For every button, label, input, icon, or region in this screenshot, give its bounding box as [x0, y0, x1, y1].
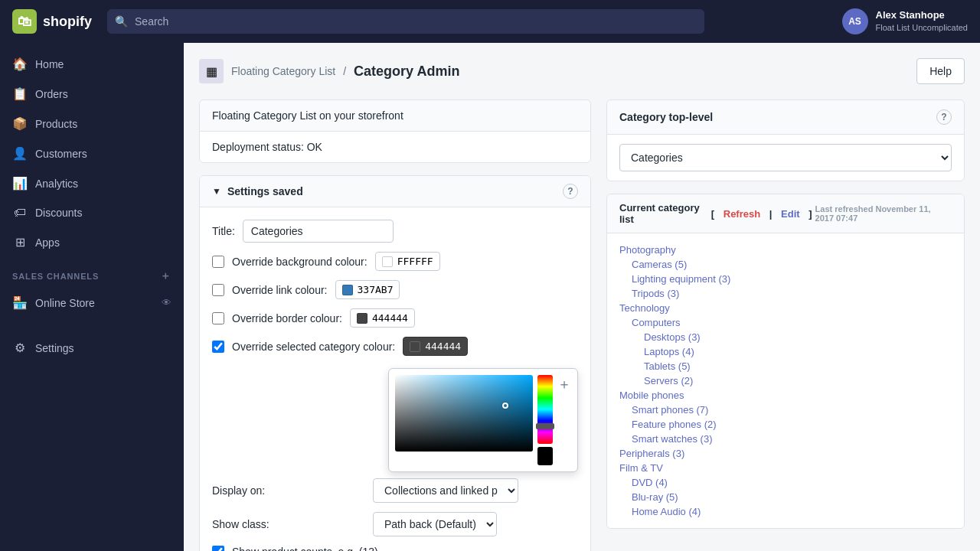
- show-class-label: Show class:: [212, 518, 365, 530]
- storefront-card: Floating Category List on your storefron…: [199, 99, 591, 163]
- settings-header[interactable]: ▼ Settings saved ?: [200, 176, 590, 207]
- category-tree-item[interactable]: Smart phones (7): [619, 403, 952, 417]
- top-nav: 🛍 shopify 🔍 AS Alex Stanhope Float List …: [0, 0, 980, 43]
- show-product-counts-checkbox[interactable]: [212, 546, 224, 551]
- search-input[interactable]: [107, 9, 704, 34]
- override-bg-checkbox[interactable]: [212, 256, 224, 268]
- sidebar-item-discounts[interactable]: 🏷 Discounts: [0, 198, 184, 227]
- breadcrumb-app-name[interactable]: Floating Category List: [231, 65, 335, 77]
- category-top-header: Category top-level ?: [607, 100, 964, 135]
- search-icon: 🔍: [115, 15, 128, 28]
- sidebar-item-home[interactable]: 🏠 Home: [0, 49, 184, 79]
- orders-icon: 📋: [12, 86, 28, 101]
- customers-icon: 👤: [12, 146, 28, 161]
- home-icon: 🏠: [12, 57, 28, 71]
- right-column: Category top-level ? Categories Collecti…: [606, 99, 965, 551]
- override-link-row: Override link colour: 337AB7: [212, 280, 578, 299]
- sidebar-item-customers[interactable]: 👤 Customers: [0, 139, 184, 168]
- analytics-icon: 📊: [12, 176, 28, 191]
- display-on-label: Display on:: [212, 484, 365, 497]
- user-name: Alex Stanhope: [876, 9, 968, 22]
- sidebar-online-store-label: Online Store: [35, 297, 95, 309]
- category-tree-item[interactable]: Peripherals (3): [619, 446, 952, 461]
- sidebar-item-analytics[interactable]: 📊 Analytics: [0, 168, 184, 198]
- category-tree-item[interactable]: Servers (2): [619, 373, 952, 388]
- sidebar-orders-label: Orders: [35, 88, 68, 100]
- show-class-select[interactable]: Path back (Default) Expanded Collapsed: [373, 512, 497, 536]
- category-tree-item[interactable]: Feature phones (2): [619, 417, 952, 432]
- override-bg-swatch[interactable]: FFFFFF: [375, 252, 440, 271]
- deployment-status: Deployment status: OK: [200, 132, 590, 162]
- apps-icon: ⊞: [12, 235, 28, 249]
- settings-icon: ⚙: [12, 341, 28, 355]
- sidebar-item-online-store[interactable]: 🏪 Online Store 👁: [0, 288, 184, 318]
- override-selected-swatch[interactable]: 444444: [403, 337, 468, 356]
- storefront-card-header: Floating Category List on your storefron…: [200, 100, 590, 132]
- display-on-row: Display on: Collections and linked p All…: [212, 478, 578, 503]
- add-sales-channel-icon[interactable]: ＋: [160, 269, 172, 283]
- category-tree-item[interactable]: Film & TV: [619, 461, 952, 475]
- title-row: Title:: [212, 220, 578, 243]
- breadcrumb: ▦ Floating Category List / Category Admi…: [199, 58, 965, 84]
- sidebar-settings-label: Settings: [35, 342, 74, 354]
- category-top-title: Category top-level: [619, 111, 713, 123]
- override-bg-value: FFFFFF: [397, 256, 433, 267]
- category-top-help-icon[interactable]: ?: [936, 109, 952, 125]
- override-bg-row: Override background colour: FFFFFF: [212, 252, 578, 271]
- override-link-swatch[interactable]: 337AB7: [335, 280, 400, 299]
- help-button[interactable]: Help: [916, 58, 965, 84]
- hue-slider[interactable]: [537, 375, 553, 444]
- sidebar-analytics-label: Analytics: [35, 178, 78, 190]
- sidebar-discounts-label: Discounts: [35, 207, 82, 219]
- store-icon: 🏪: [12, 295, 28, 310]
- sidebar-customers-label: Customers: [35, 148, 87, 160]
- settings-help-icon[interactable]: ?: [563, 184, 578, 199]
- category-tree-item[interactable]: Cameras (5): [619, 257, 952, 272]
- category-top-select[interactable]: Categories Collections Custom: [619, 144, 952, 171]
- override-border-swatch[interactable]: 444444: [350, 308, 415, 328]
- override-selected-row: Override selected category colour: 44444…: [212, 337, 578, 356]
- override-selected-dot: [410, 341, 420, 352]
- sidebar-item-products[interactable]: 📦 Products: [0, 109, 184, 139]
- sidebar-item-apps[interactable]: ⊞ Apps: [0, 227, 184, 257]
- category-tree-item[interactable]: Blu-ray (5): [619, 490, 952, 504]
- hue-handle: [536, 423, 554, 429]
- category-tree-item[interactable]: Photography: [619, 243, 952, 257]
- category-tree-item[interactable]: DVD (4): [619, 475, 952, 490]
- category-tree-item[interactable]: Technology: [619, 301, 952, 315]
- title-label: Title:: [212, 225, 235, 237]
- current-cat-title: Current category list: [619, 202, 702, 225]
- search-bar-container: 🔍: [107, 9, 704, 34]
- category-tree-item[interactable]: Lighting equipment (3): [619, 272, 952, 286]
- left-column: Floating Category List on your storefron…: [199, 99, 591, 551]
- override-selected-checkbox[interactable]: [212, 341, 224, 353]
- title-input[interactable]: [243, 220, 394, 243]
- current-cat-refresh-link[interactable]: Refresh: [724, 208, 760, 220]
- black-strip[interactable]: [537, 447, 553, 465]
- online-store-eye-icon[interactable]: 👁: [162, 297, 172, 308]
- override-border-value: 444444: [372, 312, 408, 324]
- category-tree-item[interactable]: Tripods (3): [619, 286, 952, 301]
- sidebar-item-settings[interactable]: ⚙ Settings: [0, 333, 184, 363]
- add-color-button[interactable]: ＋: [557, 375, 571, 465]
- override-border-checkbox[interactable]: [212, 312, 224, 324]
- category-tree-item[interactable]: Desktops (3): [619, 330, 952, 344]
- display-on-select[interactable]: Collections and linked p All pages Home …: [373, 478, 518, 503]
- current-cat-header: Current category list [ Refresh | Edit ]…: [607, 194, 964, 233]
- category-tree-item[interactable]: Home Audio (4): [619, 504, 952, 519]
- sidebar-item-orders[interactable]: 📋 Orders: [0, 79, 184, 109]
- gradient-cursor: [502, 403, 508, 409]
- current-cat-edit-link[interactable]: Edit: [781, 208, 800, 220]
- breadcrumb-separator: /: [343, 65, 346, 77]
- category-tree-item[interactable]: Tablets (5): [619, 359, 952, 373]
- settings-header-label: Settings saved: [227, 185, 303, 197]
- category-tree-item[interactable]: Smart watches (3): [619, 432, 952, 446]
- category-tree-item[interactable]: Laptops (4): [619, 344, 952, 359]
- category-tree-item[interactable]: Mobile phones: [619, 388, 952, 403]
- category-top-card: Category top-level ? Categories Collecti…: [606, 99, 965, 181]
- discounts-icon: 🏷: [12, 206, 28, 220]
- override-border-dot: [357, 313, 368, 324]
- color-gradient-area[interactable]: [395, 375, 533, 452]
- category-tree-item[interactable]: Computers: [619, 315, 952, 330]
- override-link-checkbox[interactable]: [212, 284, 224, 296]
